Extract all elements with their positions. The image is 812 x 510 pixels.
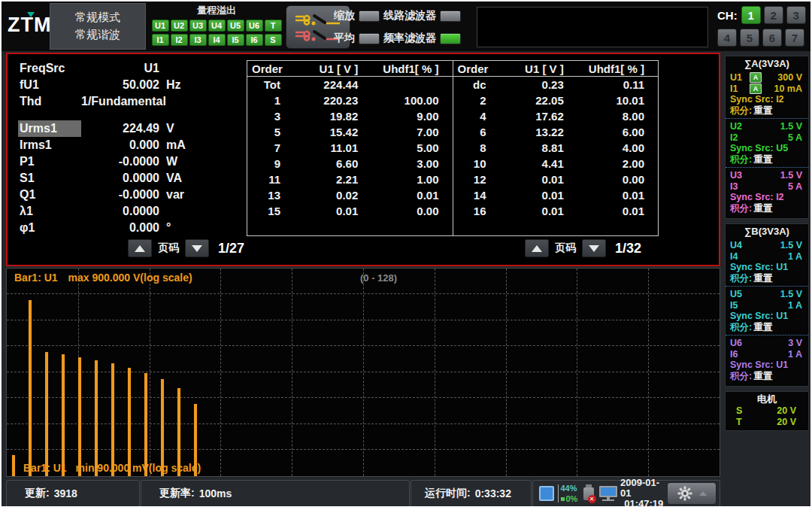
overflow-current-row: I1I2I3I4I5I6S (149, 34, 284, 46)
harmonics-col-header: Uhdf1[ % ] (371, 61, 452, 77)
chart-bottom-label: Bar1: U1 min 90.000 mV(log scale) (23, 462, 201, 474)
range-value: 1 A (788, 349, 804, 360)
integral-reset-button[interactable]: 重置 (753, 154, 772, 165)
integral-label: 积分: (730, 203, 752, 214)
mode-selector-button[interactable]: 常规模式 常规谐波 (50, 3, 146, 50)
measurement-row: S10.0000VA (18, 170, 236, 187)
integral-reset-button[interactable]: 重置 (753, 105, 772, 116)
harmonic-bar-5 (95, 360, 98, 476)
channel-config-block: U41.5 VI41 ASync Src: U1积分:重置 (726, 238, 808, 286)
harmonics-order-cell: 5 (247, 124, 291, 140)
channel-button-2[interactable]: 2 (764, 6, 783, 24)
overflow-indicator-u5: U5 (227, 20, 244, 32)
overflow-indicator-i2: I2 (171, 34, 188, 46)
motor-channel-name: S (736, 405, 754, 417)
filter-toggle[interactable] (440, 33, 461, 44)
harmonics-col-header: Uhdf1[ % ] (577, 61, 658, 77)
measurement-label[interactable]: Urms1 (18, 120, 81, 137)
harmonics-hdf-cell (371, 77, 452, 93)
channel-button-7[interactable]: 7 (785, 29, 804, 47)
channel-row-1: CH: 123 (717, 5, 810, 25)
harmonics-hdf-cell: 10.01 (577, 93, 658, 108)
chart-series-label: Bar1: U1 (23, 462, 67, 474)
harmonics-value-cell: 220.23 (291, 93, 371, 108)
settings-menu-button[interactable] (667, 482, 717, 505)
measurement-label[interactable]: Q1 (18, 187, 81, 203)
channel-range-line: I51 A (730, 299, 804, 311)
page-down-button[interactable] (185, 239, 209, 257)
overflow-indicator-u2: U2 (171, 20, 188, 32)
measurement-unit: mA (159, 137, 236, 153)
channel-range-line: U21.5 V (730, 120, 804, 132)
measurement-label[interactable]: Irms1 (18, 137, 81, 153)
status-bar: 更新: 3918 更新率: 100ms 运行时间: 0:33:32 44% 0%… (6, 480, 720, 506)
integral-reset-button[interactable]: 重置 (753, 322, 772, 332)
integral-row: 积分:重置 (730, 273, 804, 284)
filter-toggle[interactable] (359, 33, 380, 44)
harmonics-hdf-cell: 8.00 (577, 108, 658, 124)
motor-range-value: 20 V (777, 417, 798, 428)
harmonics-order-cell: Tot (247, 77, 291, 93)
mode-line2: 常规谐波 (75, 28, 120, 42)
channel-range-line: I35 A (730, 181, 804, 192)
measurement-unit: VA (159, 170, 236, 187)
channel-button-6[interactable]: 6 (762, 29, 782, 47)
message-display-area (477, 7, 708, 47)
measurement-unit (159, 60, 236, 77)
measurement-label[interactable]: S1 (18, 170, 81, 187)
harmonics-hdf-cell: 7.00 (371, 124, 452, 140)
storage-usage: 44% 0% (558, 484, 578, 503)
motor-range-line: S20 V (726, 405, 808, 417)
harmonics-order-cell: 13 (247, 187, 291, 203)
motor-channel-name: T (736, 417, 754, 428)
system-date: 2009-01-01 (620, 478, 663, 499)
storage-percent-1: 44% (561, 484, 578, 493)
page-down-button[interactable] (582, 239, 606, 257)
channel-config-block: U51.5 VI51 ASync Src: U1积分:重置 (726, 286, 808, 335)
measurement-label[interactable]: Thd (18, 93, 81, 110)
harmonic-bar-7 (128, 368, 131, 476)
channel-name: I5 (730, 300, 748, 311)
integral-reset-button[interactable]: 重置 (753, 203, 772, 214)
page-up-button[interactable] (525, 239, 549, 257)
measurement-label[interactable]: φ1 (18, 220, 81, 236)
measurement-label[interactable]: FreqSrc (18, 60, 81, 77)
range-value: 300 V (777, 72, 804, 83)
motor-range-line: T20 V (726, 417, 808, 428)
channel-name: U4 (730, 240, 748, 250)
channel-button-1[interactable]: 1 (741, 6, 761, 24)
integral-reset-button[interactable]: 重置 (753, 273, 772, 284)
gridline-horizontal (7, 320, 720, 320)
filter-toggle[interactable] (440, 11, 461, 22)
integral-row: 积分:重置 (730, 203, 804, 214)
measurement-label[interactable]: λ1 (18, 203, 81, 220)
channel-button-5[interactable]: 5 (740, 29, 759, 47)
measurement-label[interactable]: P1 (18, 153, 81, 170)
gridline-horizontal (7, 293, 720, 294)
channel-button-4[interactable]: 4 (717, 29, 737, 47)
measurement-unit (159, 203, 236, 220)
channel-range-line: U1A300 V (730, 71, 804, 83)
runtime-box: 运行时间: 0:33:32 (411, 480, 532, 506)
update-rate-label: 更新率: (159, 487, 195, 500)
harmonics-value-cell: 4.41 (497, 156, 577, 172)
channel-button-3[interactable]: 3 (786, 6, 806, 24)
harmonics-hdf-cell: 0.00 (371, 203, 452, 219)
overflow-indicator-u3: U3 (189, 20, 207, 32)
filter-toggle[interactable] (359, 11, 380, 22)
harmonics-order-cell: 8 (453, 140, 497, 156)
channel-panel: CH: 123 4567 (717, 5, 810, 49)
integral-reset-button[interactable]: 重置 (753, 371, 772, 381)
integral-row: 积分:重置 (730, 105, 804, 117)
measurement-value: 0.000 (81, 137, 159, 153)
measurement-label[interactable]: fU1 (18, 77, 81, 93)
channel-range-line: I1A10 mA (730, 83, 804, 94)
down-arrow-icon (192, 245, 202, 252)
harmonics-hdf-cell: 100.00 (371, 93, 452, 108)
integral-label: 积分: (730, 154, 752, 165)
sync-source-label: Sync Src: U1 (730, 262, 804, 273)
page-up-button[interactable] (128, 239, 152, 257)
range-value: 5 A (788, 181, 804, 192)
harmonics-col-header: U1 [ V ] (497, 61, 577, 77)
chart-title: Bar1: U1 max 900.000 V(log scale) (14, 272, 192, 284)
